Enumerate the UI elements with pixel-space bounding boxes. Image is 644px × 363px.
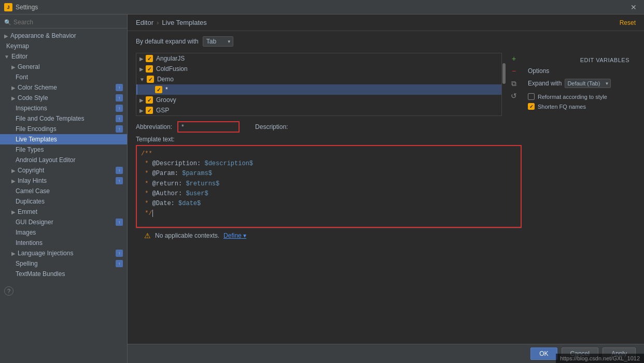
define-label: Define — [223, 232, 242, 239]
options-expand-select[interactable]: Default (Tab) Tab Enter — [565, 79, 611, 88]
sidebar-item-gui-designer[interactable]: GUI Designer ↑ — [0, 217, 127, 227]
content-body: By default expand with Tab Enter Space — [128, 31, 644, 344]
sidebar-item-label: Code Style — [18, 94, 48, 101]
sidebar-item-duplicates[interactable]: Duplicates — [0, 196, 127, 207]
template-text-container[interactable]: /** * @Description: $description$ * @Par… — [136, 145, 522, 228]
breadcrumb-current: Live Templates — [162, 19, 206, 26]
sidebar-item-label: File Encodings — [16, 125, 57, 133]
checkbox-coldfusion[interactable] — [146, 65, 153, 72]
checkbox-groovy[interactable] — [146, 96, 153, 104]
sidebar-item-appearance-behavior[interactable]: ▶ Appearance & Behavior — [0, 31, 127, 41]
sidebar-item-label: GUI Designer — [16, 219, 53, 226]
sidebar-item-file-code-templates[interactable]: File and Code Templates ↑ — [0, 113, 127, 124]
title-bar: J Settings ✕ — [0, 0, 644, 14]
sidebar-item-live-templates[interactable]: Live Templates — [0, 134, 127, 144]
sidebar-item-label: Keymap — [6, 42, 29, 50]
watermark: https://blog.csdn.net/GXL_1012 — [556, 354, 644, 363]
sidebar-item-inlay-hints[interactable]: ▶ Inlay Hints ↑ — [0, 176, 127, 186]
checkbox-star[interactable] — [155, 86, 162, 93]
edit-variables-button[interactable]: EDIT VARIABLES — [528, 57, 629, 67]
sidebar-item-inspections[interactable]: Inspections ↑ — [0, 103, 127, 113]
define-arrow: ▾ — [243, 232, 246, 239]
sidebar-item-label: Inspections — [16, 105, 47, 112]
shorten-fq-checkbox[interactable] — [528, 103, 535, 110]
copy-button[interactable]: ⧉ — [508, 78, 520, 89]
sidebar-item-font[interactable]: Font — [0, 72, 127, 82]
template-group-coldfusion[interactable]: ▶ ColdFusion — [136, 64, 501, 74]
history-button[interactable]: ↺ — [508, 90, 520, 101]
sidebar-item-label: Intentions — [16, 239, 43, 246]
search-icon: 🔍 — [4, 19, 11, 26]
options-panel: EDIT VARIABLES Options Expand with Defau… — [522, 53, 636, 339]
reformat-checkbox[interactable] — [528, 93, 535, 100]
sidebar-item-file-encodings[interactable]: File Encodings ↑ — [0, 124, 127, 134]
arrow-icon: ▶ — [139, 56, 144, 62]
search-input[interactable] — [13, 19, 123, 26]
group-label: ColdFusion — [156, 65, 188, 72]
badge-icon: ↑ — [116, 115, 123, 122]
arrow-icon: ▶ — [11, 95, 16, 101]
sidebar-item-keymap[interactable]: Keymap — [0, 41, 127, 51]
bottom-bar: ⚠ No applicable contexts. Define ▾ — [136, 228, 522, 243]
template-group-angularjs[interactable]: ▶ AngularJS — [136, 53, 501, 64]
sidebar-item-general[interactable]: ▶ General — [0, 62, 127, 72]
template-group-gsp[interactable]: ▶ GSP — [136, 105, 501, 115]
scrollbar-thumb[interactable] — [502, 63, 506, 84]
content-area: Editor › Live Templates Reset By default… — [128, 14, 644, 363]
sidebar-item-color-scheme[interactable]: ▶ Color Scheme ↑ — [0, 82, 127, 93]
sidebar-item-images[interactable]: Images — [0, 227, 127, 238]
templates-list: ▶ AngularJS ▶ ColdFusion — [136, 53, 502, 116]
add-button[interactable]: + — [508, 53, 520, 64]
checkbox-angularjs[interactable] — [146, 55, 153, 62]
reset-button[interactable]: Reset — [620, 19, 636, 26]
help-button[interactable]: ? — [4, 286, 13, 296]
badge-icon: ↑ — [116, 260, 123, 267]
arrow-icon: ▼ — [139, 77, 145, 82]
sidebar-item-copyright[interactable]: ▶ Copyright ↑ — [0, 165, 127, 176]
sidebar-item-label: Live Templates — [16, 136, 57, 143]
define-link[interactable]: Define ▾ — [223, 232, 246, 239]
sidebar-item-textmate-bundles[interactable]: TextMate Bundles — [0, 269, 127, 279]
abbreviation-input[interactable] — [177, 121, 240, 133]
remove-button[interactable]: − — [508, 65, 520, 77]
template-group-demo[interactable]: ▼ Demo — [136, 74, 501, 84]
badge-icon: ↑ — [116, 84, 123, 91]
breadcrumb-sep: › — [157, 19, 159, 26]
sidebar-item-code-style[interactable]: ▶ Code Style ↑ — [0, 93, 127, 103]
sidebar-item-label: Android Layout Editor — [16, 156, 75, 164]
reformat-label: Reformat according to style — [538, 94, 607, 100]
group-label: GSP — [156, 107, 169, 114]
badge-icon: ↑ — [116, 250, 123, 257]
templates-main-row: ▶ AngularJS ▶ ColdFusion — [136, 53, 636, 339]
sidebar-item-label: Language Injections — [18, 250, 73, 257]
sidebar-item-spelling[interactable]: Spelling ↑ — [0, 258, 127, 269]
ok-button[interactable]: OK — [530, 347, 557, 360]
sidebar-item-file-types[interactable]: File Types — [0, 144, 127, 155]
templates-left-panel: ▶ AngularJS ▶ ColdFusion — [136, 53, 522, 339]
arrow-icon: ▼ — [4, 54, 9, 60]
arrow-icon: ▶ — [11, 178, 16, 184]
title-bar-text: Settings — [16, 4, 627, 11]
main-container: 🔍 ▶ Appearance & Behavior Keymap ▼ Edito… — [0, 14, 644, 363]
reformat-option-row: Reformat according to style — [528, 93, 629, 100]
checkbox-demo[interactable] — [147, 76, 154, 83]
sidebar-item-android-layout-editor[interactable]: Android Layout Editor — [0, 155, 127, 165]
sidebar-item-label: General — [18, 63, 40, 70]
sidebar-item-language-injections[interactable]: ▶ Language Injections ↑ — [0, 248, 127, 258]
template-item-star[interactable]: * — [136, 84, 501, 95]
checkbox-gsp[interactable] — [146, 107, 153, 114]
badge-icon: ↑ — [116, 177, 123, 184]
sidebar-item-label: Editor — [11, 53, 27, 60]
breadcrumb: Editor › Live Templates — [136, 19, 207, 26]
sidebar-item-camel-case[interactable]: Camel Case — [0, 186, 127, 196]
sidebar-item-intentions[interactable]: Intentions — [0, 238, 127, 248]
expand-select[interactable]: Tab Enter Space — [203, 36, 233, 47]
template-code: /** * @Description: $description$ * @Par… — [141, 149, 516, 219]
template-group-groovy[interactable]: ▶ Groovy — [136, 95, 501, 105]
options-expand-select-wrapper: Default (Tab) Tab Enter — [565, 79, 611, 88]
sidebar-item-editor[interactable]: ▼ Editor — [0, 51, 127, 62]
sidebar-item-label: Color Scheme — [18, 84, 57, 91]
template-text-label: Template text: — [136, 136, 522, 143]
sidebar-item-emmet[interactable]: ▶ Emmet — [0, 207, 127, 217]
close-button[interactable]: ✕ — [627, 2, 640, 12]
